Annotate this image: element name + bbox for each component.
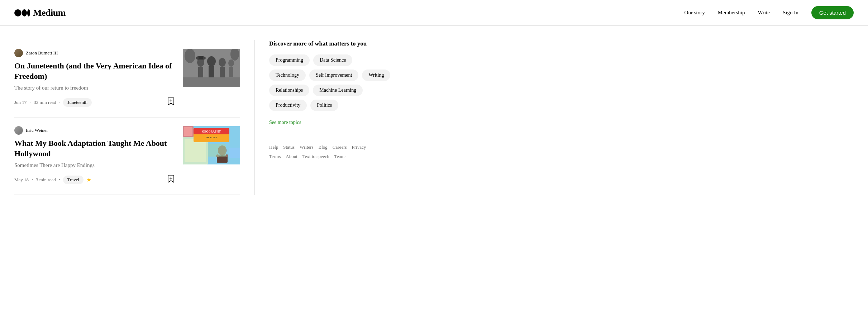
juneteenth-svg [183, 49, 240, 87]
meta-separator: · [32, 177, 33, 183]
article-tag[interactable]: Juneteenth [63, 98, 92, 107]
article-image [183, 49, 240, 87]
article-subtitle: The story of our return to freedom [14, 84, 176, 92]
author-row: Zaron Burnett III [14, 49, 176, 57]
svg-rect-11 [220, 67, 225, 77]
footer-privacy[interactable]: Privacy [352, 144, 366, 150]
sidebar-title: Discover more of what matters to you [269, 40, 391, 47]
avatar [14, 49, 23, 57]
footer-teams[interactable]: Teams [334, 154, 347, 159]
svg-rect-35 [229, 148, 240, 158]
footer-links: Help Status Writers Blog Careers Privacy… [269, 137, 391, 159]
topic-productivity[interactable]: Productivity [269, 100, 307, 111]
footer-row-2: Terms About Text to speech Teams [269, 154, 391, 159]
juneteenth-image [183, 49, 240, 87]
read-time: 3 min read [36, 177, 56, 183]
svg-rect-9 [209, 66, 214, 79]
main-nav: Our story Membership Write Sign In Get s… [685, 6, 854, 19]
article-subtitle: Sometimes There are Happy Endings [14, 162, 176, 169]
logo[interactable]: Medium [14, 8, 66, 18]
bookmark-button[interactable] [166, 173, 176, 186]
svg-text:OF BLISS: OF BLISS [206, 136, 217, 139]
svg-point-10 [219, 58, 226, 67]
article-content: Eric Weiner What My Book Adaptation Taug… [14, 126, 176, 186]
svg-rect-7 [198, 67, 203, 77]
article-footer: May 18 · 3 min read · Travel ★ [14, 173, 176, 186]
article-title[interactable]: What My Book Adaptation Taught Me About … [14, 138, 176, 159]
bookmark-button[interactable] [166, 96, 176, 109]
svg-point-0 [14, 9, 22, 16]
svg-rect-13 [229, 67, 233, 77]
avatar [14, 126, 23, 135]
article-card: Zaron Burnett III On Juneteenth (and the… [14, 40, 240, 118]
article-content: Zaron Burnett III On Juneteenth (and the… [14, 49, 176, 109]
nav-write[interactable]: Write [758, 10, 770, 16]
article-footer: Jun 17 · 32 min read · Juneteenth [14, 96, 176, 109]
topic-relationships[interactable]: Relationships [269, 85, 309, 96]
meta-separator: · [29, 99, 31, 106]
geography-image: GEOGRAPHY OF BLISS [183, 126, 240, 164]
logo-text: Medium [33, 8, 66, 18]
sidebar: Discover more of what matters to you Pro… [254, 40, 391, 195]
nav-sign-in[interactable]: Sign In [783, 10, 798, 16]
footer-row-1: Help Status Writers Blog Careers Privacy [269, 144, 391, 150]
svg-rect-16 [183, 77, 240, 87]
author-name[interactable]: Eric Weiner [26, 128, 48, 133]
footer-terms[interactable]: Terms [269, 154, 281, 159]
footer-status[interactable]: Status [283, 144, 295, 150]
footer-about[interactable]: About [286, 154, 297, 159]
topic-politics[interactable]: Politics [310, 100, 338, 111]
footer-writers[interactable]: Writers [300, 144, 313, 150]
author-name[interactable]: Zaron Burnett III [26, 50, 58, 56]
svg-point-1 [22, 9, 27, 16]
bookmark-icon [168, 97, 174, 105]
article-date: May 18 [14, 177, 29, 183]
main-container: Zaron Burnett III On Juneteenth (and the… [0, 26, 868, 195]
svg-point-8 [207, 56, 216, 66]
svg-rect-32 [208, 144, 226, 157]
author-row: Eric Weiner [14, 126, 176, 135]
topic-machine-learning[interactable]: Machine Learning [313, 85, 363, 96]
footer-help[interactable]: Help [269, 144, 278, 150]
nav-membership[interactable]: Membership [718, 10, 745, 16]
geography-svg: GEOGRAPHY OF BLISS [183, 126, 240, 164]
footer-careers[interactable]: Careers [333, 144, 347, 150]
header: Medium Our story Membership Write Sign I… [0, 0, 868, 26]
footer-text-to-speech[interactable]: Text to speech [302, 154, 329, 159]
topics-grid: Programming Data Science Technology Self… [269, 54, 391, 111]
get-started-button[interactable]: Get started [811, 6, 854, 19]
topic-technology[interactable]: Technology [269, 70, 306, 81]
meta-separator-2: · [59, 99, 60, 106]
article-date: Jun 17 [14, 100, 27, 105]
meta-row: May 18 · 3 min read · Travel ★ [14, 176, 91, 184]
topic-self-improvement[interactable]: Self Improvement [309, 70, 358, 81]
meta-row: Jun 17 · 32 min read · Juneteenth [14, 98, 92, 107]
meta-separator-2: · [59, 177, 60, 183]
star-icon: ★ [86, 176, 91, 183]
article-image: GEOGRAPHY OF BLISS [183, 126, 240, 164]
topic-programming[interactable]: Programming [269, 54, 310, 66]
svg-point-31 [225, 154, 228, 157]
bookmark-icon [168, 175, 174, 183]
svg-text:GEOGRAPHY: GEOGRAPHY [202, 130, 221, 133]
article-title[interactable]: On Juneteenth (and the Very American Ide… [14, 61, 176, 81]
see-more-topics-link[interactable]: See more topics [269, 120, 391, 125]
article-card: Eric Weiner What My Book Adaptation Taug… [14, 118, 240, 195]
svg-rect-15 [199, 56, 203, 59]
articles-section: Zaron Burnett III On Juneteenth (and the… [14, 40, 240, 195]
avatar-image [14, 126, 23, 135]
svg-point-2 [27, 9, 30, 16]
article-tag[interactable]: Travel [63, 176, 84, 184]
svg-point-12 [228, 59, 234, 67]
read-time: 32 min read [34, 100, 56, 105]
topic-data-science[interactable]: Data Science [313, 54, 352, 66]
nav-our-story[interactable]: Our story [685, 10, 705, 16]
svg-point-17 [185, 49, 195, 63]
svg-rect-34 [184, 127, 192, 136]
footer-blog[interactable]: Blog [319, 144, 328, 150]
medium-logo-icon [14, 8, 30, 18]
avatar-image [14, 49, 23, 57]
topic-writing[interactable]: Writing [362, 70, 390, 81]
